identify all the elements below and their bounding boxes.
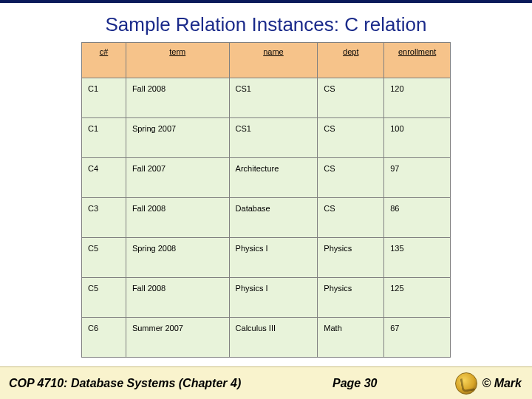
- cell-name: CS1: [229, 78, 318, 118]
- cell-dept: Math: [318, 318, 384, 358]
- table-row: C5 Spring 2008 Physics I Physics 135: [82, 238, 451, 278]
- relation-table: c# term name dept enrollment C1 Fall 200…: [81, 42, 451, 358]
- table-row: C1 Fall 2008 CS1 CS 120: [82, 78, 451, 118]
- cell-dept: Physics: [318, 278, 384, 318]
- cell-c: C1: [82, 118, 126, 158]
- cell-enr: 120: [384, 78, 451, 118]
- table-row: C1 Spring 2007 CS1 CS 100: [82, 118, 451, 158]
- cell-enr: 135: [384, 238, 451, 278]
- cell-enr: 125: [384, 278, 451, 318]
- footer-right: © Mark: [455, 372, 522, 395]
- cell-dept: CS: [318, 158, 384, 198]
- cell-term: Summer 2007: [126, 318, 229, 358]
- table-row: C4 Fall 2007 Architecture CS 97: [82, 158, 451, 198]
- cell-name: Physics I: [229, 278, 318, 318]
- cell-dept: CS: [318, 118, 384, 158]
- cell-enr: 86: [384, 198, 451, 238]
- cell-term: Spring 2008: [126, 238, 229, 278]
- table-row: C5 Fall 2008 Physics I Physics 125: [82, 278, 451, 318]
- footer-course: COP 4710: Database Systems (Chapter 4): [9, 377, 241, 390]
- cell-term: Fall 2008: [126, 278, 229, 318]
- cell-c: C6: [82, 318, 126, 358]
- cell-term: Spring 2007: [126, 118, 229, 158]
- cell-term: Fall 2007: [126, 158, 229, 198]
- cell-term: Fall 2008: [126, 198, 229, 238]
- slide: Sample Relation Instances: C relation c#…: [0, 0, 532, 399]
- slide-footer: COP 4710: Database Systems (Chapter 4) P…: [0, 366, 532, 399]
- cell-enr: 97: [384, 158, 451, 198]
- cell-name: CS1: [229, 118, 318, 158]
- footer-page: Page 30: [332, 377, 377, 390]
- cell-c: C4: [82, 158, 126, 198]
- col-header-enrollment: enrollment: [384, 43, 451, 78]
- slide-title: Sample Relation Instances: C relation: [0, 3, 532, 42]
- cell-c: C1: [82, 78, 126, 118]
- footer-copyright: © Mark: [482, 377, 522, 390]
- cell-name: Calculus III: [229, 318, 318, 358]
- table-header-row: c# term name dept enrollment: [82, 43, 451, 78]
- col-header-dept: dept: [318, 43, 384, 78]
- cell-term: Fall 2008: [126, 78, 229, 118]
- cell-enr: 67: [384, 318, 451, 358]
- col-header-term: term: [126, 43, 229, 78]
- cell-c: C5: [82, 278, 126, 318]
- cell-dept: Physics: [318, 238, 384, 278]
- table-row: C6 Summer 2007 Calculus III Math 67: [82, 318, 451, 358]
- cell-name: Database: [229, 198, 318, 238]
- col-header-name: name: [229, 43, 318, 78]
- cell-c: C3: [82, 198, 126, 238]
- cell-name: Architecture: [229, 158, 318, 198]
- relation-table-wrap: c# term name dept enrollment C1 Fall 200…: [81, 42, 451, 358]
- table-row: C3 Fall 2008 Database CS 86: [82, 198, 451, 238]
- cell-name: Physics I: [229, 238, 318, 278]
- ucf-logo-icon: [455, 372, 477, 395]
- cell-enr: 100: [384, 118, 451, 158]
- col-header-c: c#: [82, 43, 126, 78]
- cell-dept: CS: [318, 198, 384, 238]
- cell-dept: CS: [318, 78, 384, 118]
- cell-c: C5: [82, 238, 126, 278]
